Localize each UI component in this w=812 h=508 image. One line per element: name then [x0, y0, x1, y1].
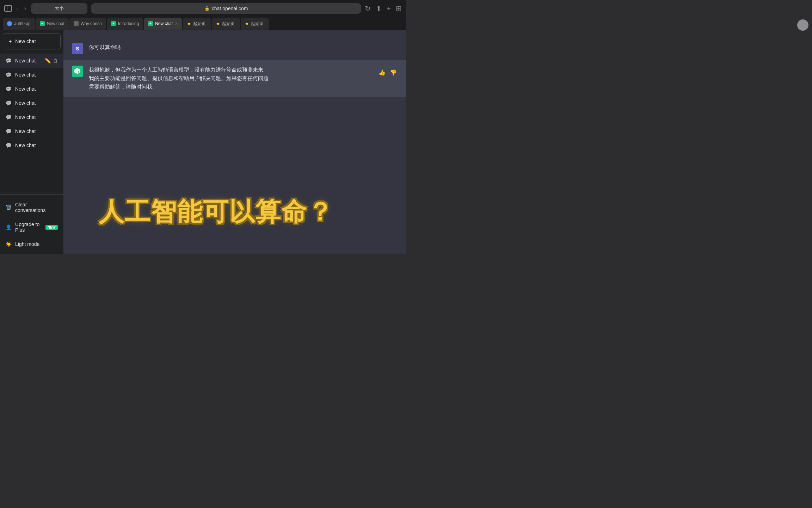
star-icon-2: ★: [216, 21, 220, 26]
edit-icon-0[interactable]: ✏️: [45, 58, 51, 64]
tab-start3[interactable]: ★ 起始页: [241, 18, 269, 30]
new-badge: NEW: [45, 225, 58, 230]
browser-chrome: ‹ › 大小 🔒 chat.openai.com ↻ ⬆ + ⊞ auth0.o…: [0, 0, 406, 30]
tab-whydoesn[interactable]: Why doesn: [69, 18, 106, 30]
delete-icon-0[interactable]: 🗑: [53, 58, 58, 64]
chat-icon-3: 💬: [6, 100, 12, 106]
sidebar-divider: [0, 193, 63, 193]
sidebar-toggle-icon[interactable]: [4, 5, 12, 12]
tab-close-icon[interactable]: ✕: [175, 22, 178, 26]
tabs-bar: auth0.op ✦ New chat Why doesn ✦ Introduc…: [0, 17, 406, 30]
sidebar-item-label-6: New chat: [15, 143, 36, 148]
tab-label-whydoesn: Why doesn: [81, 21, 102, 26]
forward-button[interactable]: ›: [23, 4, 27, 13]
url-text: chat.openai.com: [212, 6, 248, 11]
tab-newchat2-active[interactable]: ✦ New chat ✕: [144, 18, 182, 30]
tab-label-newchat2: New chat: [155, 21, 173, 26]
address-bar-small[interactable]: 大小: [31, 3, 87, 14]
tab-favicon-auth: [7, 21, 12, 26]
new-tab-button[interactable]: +: [387, 5, 391, 13]
sidebar-item-label-3: New chat: [15, 100, 36, 106]
lock-icon: 🔒: [204, 6, 210, 11]
user-message-text: 你可以算命吗: [89, 44, 121, 50]
tab-label-introducing: Introducing: [118, 21, 139, 26]
star-icon-3: ★: [245, 21, 249, 26]
light-mode-item[interactable]: ☀️ Light mode: [0, 237, 63, 251]
sidebar-item-1[interactable]: 💬 New chat: [0, 68, 63, 82]
chat-icon-5: 💬: [6, 128, 12, 134]
thumbs-up-icon[interactable]: 👍: [378, 68, 386, 77]
openai-logo-icon: [74, 68, 81, 74]
tab-label-start3: 起始页: [251, 21, 265, 27]
tab-auth[interactable]: auth0.op: [3, 18, 35, 30]
sidebar-item-3[interactable]: 💬 New chat: [0, 96, 63, 110]
tab-label-auth: auth0.op: [14, 21, 31, 26]
clear-icon: 🗑️: [6, 205, 12, 210]
url-bar[interactable]: 🔒 chat.openai.com: [91, 3, 361, 14]
share-button[interactable]: ⬆: [376, 4, 382, 13]
upgrade-label: Upgrade to Plus: [15, 222, 42, 233]
chat-icon-2: 💬: [6, 86, 12, 92]
chat-icon-1: 💬: [6, 72, 12, 78]
sidebar-item-4[interactable]: 💬 New chat: [0, 110, 63, 124]
tab-label-newchat1: New chat: [47, 21, 64, 26]
user-initial: S: [76, 46, 79, 52]
browser-toolbar: ‹ › 大小 🔒 chat.openai.com ↻ ⬆ + ⊞: [0, 0, 406, 17]
star-icon-1: ★: [187, 21, 191, 26]
ai-message-content: 我很抱歉，但我作为一个人工智能语言模型，没有能力进行算命或预测未来。我的主要功能…: [89, 66, 372, 91]
user-avatar: S: [72, 43, 83, 54]
item-actions-0: ✏️ 🗑: [45, 58, 58, 64]
upgrade-to-plus-item[interactable]: 👤 Upgrade to Plus NEW: [0, 217, 63, 237]
sidebar-item-label-0: New chat: [15, 58, 36, 64]
ai-message-text: 我很抱歉，但我作为一个人工智能语言模型，没有能力进行算命或预测未来。我的主要功能…: [89, 67, 269, 90]
tab-favicon-newchat2: ✦: [148, 21, 153, 26]
sidebar-item-label-5: New chat: [15, 128, 36, 134]
sidebar-item-2[interactable]: 💬 New chat: [0, 82, 63, 96]
light-mode-icon: ☀️: [6, 241, 12, 247]
sidebar-item-5[interactable]: 💬 New chat: [0, 124, 63, 138]
chat-icon-4: 💬: [6, 114, 12, 120]
upgrade-icon: 👤: [6, 224, 12, 230]
reload-button[interactable]: ↻: [365, 4, 371, 13]
sidebar-item-label-4: New chat: [15, 114, 36, 120]
ai-avatar: [72, 66, 83, 77]
tab-start1[interactable]: ★ 起始页: [183, 18, 211, 30]
sidebar-item-0[interactable]: 💬 New chat ✏️ 🗑: [0, 54, 63, 68]
browser-controls: ‹ ›: [4, 4, 27, 13]
sidebar-item-label-2: New chat: [15, 86, 36, 92]
tab-newchat1[interactable]: ✦ New chat: [36, 18, 69, 30]
tab-label-start2: 起始页: [222, 21, 236, 27]
new-chat-plus-icon: +: [9, 38, 12, 44]
tab-favicon-whydoesn: [74, 21, 79, 26]
tab-introducing[interactable]: ✦ Introducing: [107, 18, 143, 30]
sidebar-bottom: 🗑️ Clear conversations 👤 Upgrade to Plus…: [0, 194, 63, 254]
clear-label: Clear conversations: [15, 202, 58, 213]
chat-area: S 你可以算命吗 我很抱歉，但我作为一个人工智能语言模型，没有能力进行算命或预测…: [63, 30, 406, 254]
sidebar-item-label-1: New chat: [15, 72, 36, 78]
sidebar-items: 💬 New chat ✏️ 🗑 💬 New chat 💬 New chat 💬 …: [0, 52, 63, 191]
address-text: 大小: [55, 5, 64, 12]
tab-favicon-newchat1: ✦: [40, 21, 45, 26]
chat-icon-6: 💬: [6, 143, 12, 148]
light-mode-label: Light mode: [15, 241, 39, 247]
ai-message-actions: 👍 👎: [378, 67, 398, 77]
ai-message: 我很抱歉，但我作为一个人工智能语言模型，没有能力进行算命或预测未来。我的主要功能…: [63, 60, 406, 97]
tab-overview-button[interactable]: ⊞: [396, 4, 402, 13]
tab-favicon-introducing: ✦: [111, 21, 116, 26]
browser-actions: ↻ ⬆ + ⊞: [365, 4, 402, 13]
tab-start2[interactable]: ★ 起始页: [212, 18, 240, 30]
chat-icon-0: 💬: [6, 58, 12, 64]
new-chat-button[interactable]: + New chat: [3, 33, 61, 49]
clear-conversations-item[interactable]: 🗑️ Clear conversations: [0, 198, 63, 217]
sidebar-item-6[interactable]: 💬 New chat: [0, 138, 63, 152]
main-layout: + New chat 💬 New chat ✏️ 🗑 💬 New chat 💬 …: [0, 30, 406, 254]
chat-messages: S 你可以算命吗 我很抱歉，但我作为一个人工智能语言模型，没有能力进行算命或预测…: [63, 30, 406, 254]
tab-label-start1: 起始页: [193, 21, 207, 27]
back-button[interactable]: ‹: [15, 4, 20, 13]
user-message: S 你可以算命吗: [63, 37, 406, 60]
thumbs-down-icon[interactable]: 👎: [389, 68, 398, 77]
new-chat-label: New chat: [15, 38, 36, 44]
sidebar: + New chat 💬 New chat ✏️ 🗑 💬 New chat 💬 …: [0, 30, 63, 254]
user-message-content: 你可以算命吗: [89, 43, 398, 52]
